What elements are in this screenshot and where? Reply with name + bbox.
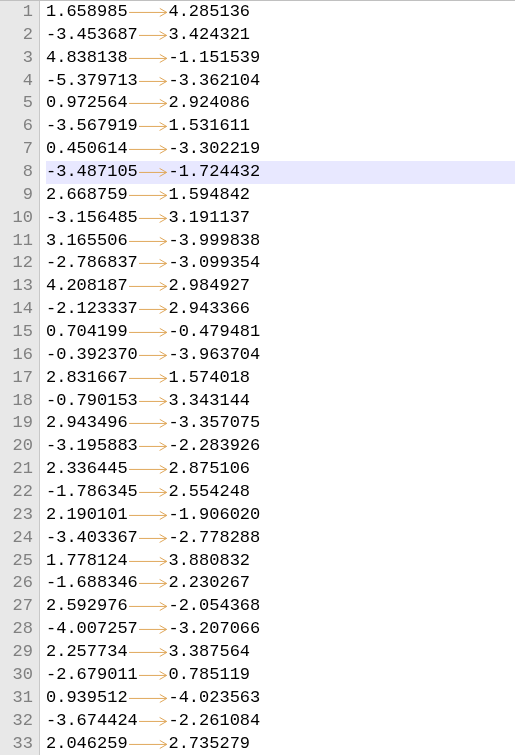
tab-arrow-icon [138, 24, 169, 47]
editor-line[interactable]: 3.165506 -3.999838 [46, 230, 515, 253]
value-b: -1.906020 [168, 504, 260, 527]
tab-arrow-icon [128, 458, 169, 481]
tab-arrow-icon [128, 47, 169, 70]
value-b: 3.387564 [168, 641, 250, 664]
value-a: 2.190101 [46, 504, 128, 527]
tab-arrow-icon [138, 207, 169, 230]
value-a: 2.592976 [46, 595, 128, 618]
line-number: 9 [0, 184, 33, 207]
editor-line[interactable]: 2.257734 3.387564 [46, 641, 515, 664]
value-a: -1.786345 [46, 481, 138, 504]
value-b: 2.230267 [168, 572, 250, 595]
tab-arrow-icon [128, 367, 169, 390]
tab-arrow-icon [138, 390, 169, 413]
editor-line[interactable]: -0.790153 3.343144 [46, 390, 515, 413]
tab-arrow-icon [138, 115, 169, 138]
editor-line[interactable]: 2.592976 -2.054368 [46, 595, 515, 618]
editor-line[interactable]: 2.668759 1.594842 [46, 184, 515, 207]
value-a: 4.208187 [46, 275, 128, 298]
editor-line[interactable]: -3.156485 3.191137 [46, 207, 515, 230]
editor-line[interactable]: 0.450614 -3.302219 [46, 138, 515, 161]
value-b: -2.283926 [168, 435, 260, 458]
editor-line[interactable]: -3.674424 -2.261084 [46, 710, 515, 733]
editor-line[interactable]: -1.688346 2.230267 [46, 572, 515, 595]
editor-line[interactable]: 2.190101 -1.906020 [46, 504, 515, 527]
value-b: -2.054368 [168, 595, 260, 618]
value-a: -3.195883 [46, 435, 138, 458]
tab-arrow-icon [128, 550, 169, 573]
editor-line[interactable]: -2.123337 2.943366 [46, 298, 515, 321]
value-b: 2.943366 [168, 298, 250, 321]
tab-arrow-icon [138, 618, 169, 641]
value-b: -1.151539 [168, 47, 260, 70]
line-number: 11 [0, 230, 33, 253]
value-b: -3.099354 [168, 252, 260, 275]
editor-line[interactable]: -5.379713 -3.362104 [46, 70, 515, 93]
value-b: 2.924086 [168, 92, 250, 115]
editor-line[interactable]: -0.392370 -3.963704 [46, 344, 515, 367]
tab-arrow-icon [138, 435, 169, 458]
tab-arrow-icon [138, 70, 169, 93]
editor-line[interactable]: -4.007257 -3.207066 [46, 618, 515, 641]
editor-line[interactable]: 0.939512 -4.023563 [46, 687, 515, 710]
editor-line[interactable]: 1.658985 4.285136 [46, 1, 515, 24]
value-a: -0.392370 [46, 344, 138, 367]
tab-arrow-icon [128, 504, 169, 527]
line-number: 21 [0, 458, 33, 481]
editor-line[interactable]: 0.704199 -0.479481 [46, 321, 515, 344]
line-number: 3 [0, 47, 33, 70]
value-b: -4.023563 [168, 687, 260, 710]
editor-line[interactable]: 0.972564 2.924086 [46, 92, 515, 115]
value-b: 3.880832 [168, 550, 250, 573]
tab-arrow-icon [138, 572, 169, 595]
value-a: 0.450614 [46, 138, 128, 161]
value-a: 2.336445 [46, 458, 128, 481]
line-number: 14 [0, 298, 33, 321]
value-b: 1.531611 [168, 115, 250, 138]
tab-arrow-icon [128, 641, 169, 664]
editor-line[interactable]: 2.831667 1.574018 [46, 367, 515, 390]
tab-arrow-icon [128, 138, 169, 161]
value-a: -3.453687 [46, 24, 138, 47]
editor-line[interactable]: 4.208187 2.984927 [46, 275, 515, 298]
value-a: -2.786837 [46, 252, 138, 275]
editor-line[interactable]: 1.778124 3.880832 [46, 550, 515, 573]
editor-content[interactable]: 1.658985 4.285136-3.453687 3.4243214.838… [40, 1, 515, 755]
line-number: 23 [0, 504, 33, 527]
tab-arrow-icon [128, 595, 169, 618]
value-b: 3.343144 [168, 390, 250, 413]
value-a: 0.972564 [46, 92, 128, 115]
tab-arrow-icon [138, 344, 169, 367]
line-number: 12 [0, 252, 33, 275]
line-number: 32 [0, 710, 33, 733]
editor-line[interactable]: -3.403367 -2.778288 [46, 527, 515, 550]
value-b: -2.261084 [168, 710, 260, 733]
tab-arrow-icon [138, 527, 169, 550]
editor-line[interactable]: -3.487105 -1.724432 [46, 161, 515, 184]
value-a: -3.487105 [46, 161, 138, 184]
value-b: -1.724432 [168, 161, 260, 184]
value-a: -3.403367 [46, 527, 138, 550]
line-number: 4 [0, 70, 33, 93]
line-number: 1 [0, 1, 33, 24]
editor-line[interactable]: 2.943496 -3.357075 [46, 412, 515, 435]
editor-line[interactable]: 2.336445 2.875106 [46, 458, 515, 481]
value-b: 4.285136 [168, 1, 250, 24]
value-b: 2.735279 [168, 733, 250, 756]
line-number: 27 [0, 595, 33, 618]
value-b: -2.778288 [168, 527, 260, 550]
value-a: -4.007257 [46, 618, 138, 641]
editor-line[interactable]: -2.786837 -3.099354 [46, 252, 515, 275]
value-b: -3.362104 [168, 70, 260, 93]
editor-line[interactable]: -1.786345 2.554248 [46, 481, 515, 504]
editor-line[interactable]: -3.567919 1.531611 [46, 115, 515, 138]
editor-line[interactable]: 4.838138 -1.151539 [46, 47, 515, 70]
tab-arrow-icon [128, 230, 169, 253]
value-b: 2.984927 [168, 275, 250, 298]
line-number: 19 [0, 412, 33, 435]
editor-line[interactable]: -3.195883 -2.283926 [46, 435, 515, 458]
editor-line[interactable]: -2.679011 0.785119 [46, 664, 515, 687]
editor-line[interactable]: -3.453687 3.424321 [46, 24, 515, 47]
editor-line[interactable]: 2.046259 2.735279 [46, 733, 515, 756]
tab-arrow-icon [128, 733, 169, 756]
